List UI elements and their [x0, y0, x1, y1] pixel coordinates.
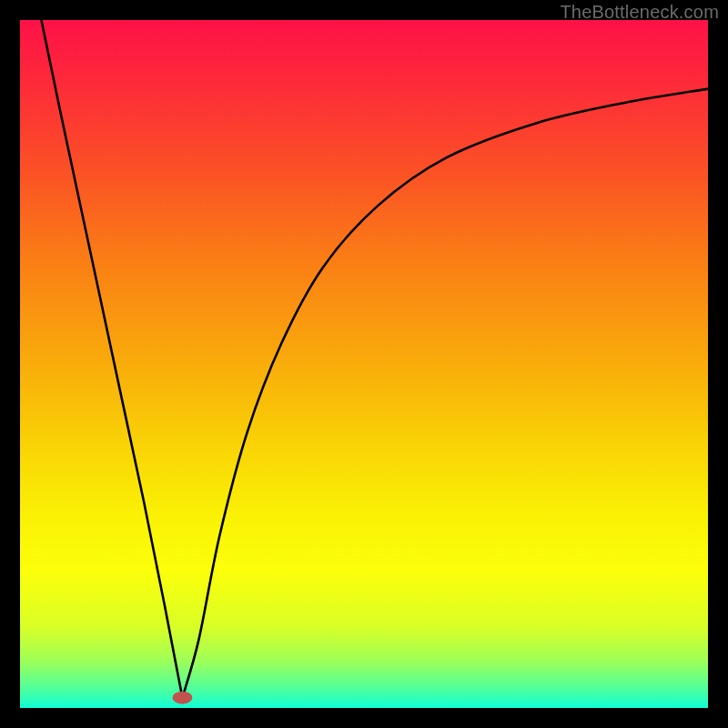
- gradient-plot: [20, 20, 708, 708]
- minimum-marker: [172, 692, 192, 704]
- gradient-background: [20, 20, 708, 708]
- plot-svg: [20, 20, 708, 708]
- chart-frame: TheBottleneck.com: [0, 0, 728, 728]
